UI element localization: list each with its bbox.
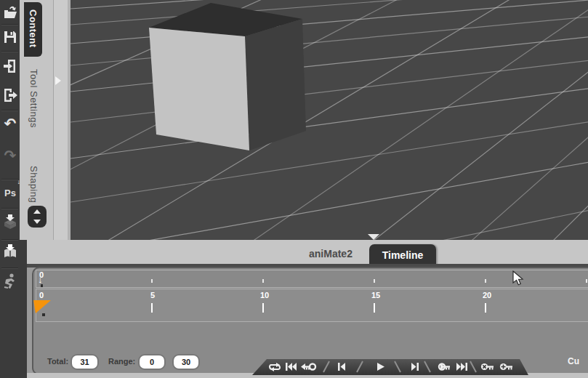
delete-key-icon — [480, 363, 496, 371]
save-icon — [3, 30, 17, 44]
toolbar-separator — [1, 268, 18, 269]
mini-tick — [374, 279, 375, 283]
export-file-icon — [2, 87, 18, 104]
toolbar-separator — [1, 51, 18, 52]
toolbar-separator — [1, 179, 18, 180]
hexagon-bridge-button[interactable] — [1, 213, 19, 232]
mini-playhead-tick — [41, 284, 43, 287]
bryce-bridge-icon — [2, 244, 18, 261]
step-forward-icon — [411, 363, 419, 371]
transport-bar — [252, 359, 528, 375]
tab-animate2[interactable]: aniMate2 — [294, 244, 367, 264]
step-back-icon — [338, 363, 346, 371]
go-to-start-icon — [286, 363, 297, 371]
toolbar-separator — [1, 208, 18, 209]
undo-icon: ↶ — [4, 116, 17, 131]
viewport-splitter-handle-icon[interactable] — [368, 234, 379, 240]
cube-side-face — [245, 19, 306, 150]
bryce-bridge-button[interactable] — [1, 243, 19, 262]
mouse-cursor-icon — [512, 270, 524, 286]
tab-scroll-down-icon[interactable] — [33, 220, 41, 224]
add-key-button[interactable] — [499, 363, 515, 371]
transport-separator — [323, 361, 330, 373]
add-key-icon — [499, 363, 515, 371]
hexagon-bridge-icon — [2, 214, 18, 231]
playhead-tick — [42, 313, 45, 316]
timeline-ruler[interactable]: 0 5 10 15 20 — [36, 289, 588, 322]
photoshop-bridge-icon: Ps — [4, 188, 16, 198]
pane-splitter[interactable] — [53, 0, 68, 240]
undo-button[interactable]: ↶ — [1, 114, 19, 133]
viewport-3d[interactable] — [71, 0, 588, 240]
transport-separator — [394, 361, 401, 373]
delete-key-button[interactable] — [480, 363, 496, 371]
play-icon — [377, 363, 385, 371]
ruler-label-0: 0 — [39, 291, 44, 299]
redo-icon: ↷ — [4, 148, 17, 163]
range-start-input[interactable]: 0 — [138, 354, 166, 370]
ruler-label-15: 15 — [371, 291, 380, 299]
figure-export-icon — [2, 273, 18, 290]
transport-separator — [470, 361, 477, 373]
loop-icon — [268, 363, 281, 371]
play-button[interactable] — [377, 363, 385, 371]
open-file-icon — [2, 4, 18, 20]
previous-key-icon — [301, 363, 317, 371]
range-label: Range: — [108, 357, 135, 366]
import-file-button[interactable] — [1, 57, 19, 76]
next-key-button[interactable] — [438, 363, 454, 371]
playhead[interactable] — [33, 300, 51, 313]
pane-expand-arrow-icon[interactable] — [55, 76, 61, 85]
ruler-tick — [262, 303, 264, 313]
toolbar-separator — [1, 110, 18, 111]
transport-separator — [424, 361, 431, 373]
go-to-end-icon — [456, 363, 467, 371]
mini-tick — [262, 279, 264, 283]
tab-scroll-up-icon[interactable] — [33, 209, 41, 214]
viewport-canvas — [71, 0, 588, 240]
loop-button[interactable] — [268, 363, 281, 371]
toolbar-separator — [1, 24, 18, 25]
ruler-label-20: 20 — [483, 291, 491, 299]
import-file-icon — [2, 57, 18, 75]
redo-button[interactable]: ↷ — [1, 146, 19, 165]
cube-object[interactable] — [149, 3, 306, 150]
transport-separator — [356, 361, 363, 373]
total-frames-input[interactable]: 31 — [71, 354, 99, 370]
ruler-tick — [374, 303, 375, 313]
go-to-start-button[interactable] — [286, 363, 297, 371]
floor-grid — [71, 0, 588, 240]
toolbar-separator — [1, 239, 18, 241]
photoshop-bridge-button[interactable]: Ps ↓ — [1, 183, 19, 202]
ruler-label-10: 10 — [260, 291, 269, 299]
total-label: Total: — [47, 357, 68, 366]
tab-tool-settings[interactable]: Tool Settings — [28, 69, 39, 128]
mini-playhead-icon[interactable]: ↓ — [38, 274, 43, 285]
tab-content[interactable]: Content — [24, 2, 42, 57]
previous-key-button[interactable] — [301, 363, 317, 371]
timeline-range-track[interactable]: 0 ↓ — [36, 270, 588, 288]
figure-export-button[interactable] — [1, 272, 19, 291]
ruler-tick — [151, 303, 153, 313]
open-file-button[interactable] — [1, 3, 19, 22]
range-end-input[interactable]: 30 — [172, 354, 200, 370]
ruler-label-5: 5 — [150, 291, 155, 299]
current-frame-label-clipped: Cu — [568, 356, 579, 366]
mini-tick — [151, 279, 153, 283]
step-back-button[interactable] — [338, 363, 346, 371]
mini-tick — [485, 279, 486, 283]
tab-shaping[interactable]: Shaping — [28, 166, 39, 203]
step-forward-button[interactable] — [411, 363, 419, 371]
go-to-end-button[interactable] — [456, 363, 467, 371]
ruler-tick — [485, 303, 486, 313]
side-tab-column: Content Tool Settings Shaping — [20, 0, 53, 240]
tab-scroll-widget — [28, 206, 47, 228]
save-button[interactable] — [1, 28, 19, 47]
mini-tick — [586, 279, 587, 283]
export-file-button[interactable] — [1, 86, 19, 105]
cube-front-face — [149, 28, 249, 150]
next-key-icon — [438, 363, 454, 371]
